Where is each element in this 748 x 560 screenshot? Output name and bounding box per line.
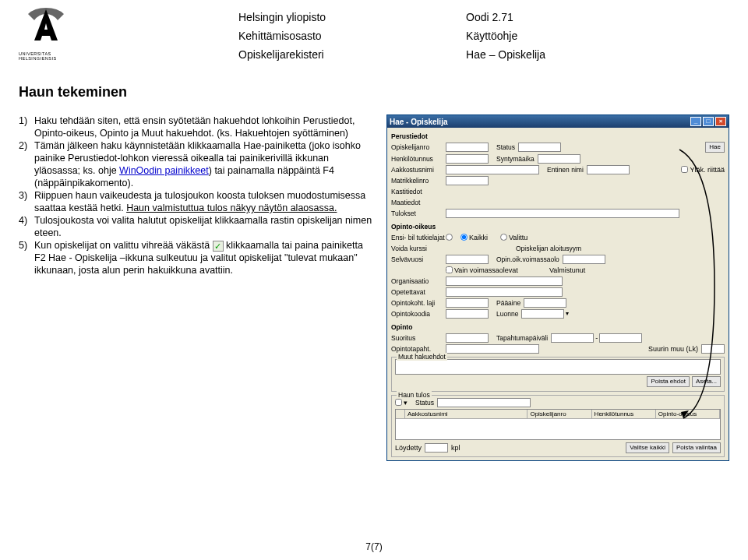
- maximize-icon[interactable]: □: [703, 117, 714, 126]
- header-col-right: Oodi 2.71 Käyttöohje Hae – Opiskelija: [466, 8, 545, 64]
- organisaatio-input[interactable]: [446, 276, 563, 286]
- syntymaaika-input[interactable]: [538, 154, 580, 164]
- app-line-1: Oodi 2.71: [466, 8, 545, 26]
- haun-tulos-group: Haun tulos Status ▾ Status Aakkostusnimi: [391, 395, 725, 457]
- instructions-list: 1) Haku tehdään siten, että ensin syötet…: [19, 114, 376, 461]
- selvavuosi-input[interactable]: [446, 255, 489, 264]
- org-line-1: Helsingin yliopisto: [238, 8, 326, 26]
- perustiedot-label: Perustiedot: [391, 132, 446, 140]
- henkilotunnus-input[interactable]: [446, 154, 489, 164]
- app-line-2: Käyttöohje: [466, 26, 545, 45]
- aakkostusnimi-input[interactable]: [446, 165, 539, 174]
- document-header: UNIVERSITAS HELSINGIENSIS Helsingin ylio…: [0, 0, 748, 79]
- entinennimi-input[interactable]: [587, 165, 630, 174]
- section-title: Haun tekeminen: [19, 84, 729, 100]
- minimize-icon[interactable]: _: [690, 117, 701, 126]
- winoodin-link[interactable]: WinOodin painikkeet: [119, 165, 209, 176]
- radio-ensi[interactable]: [446, 234, 453, 241]
- muut-hakuehdot-group: Muut hakuehdot Poista ehdot Aseta...: [391, 357, 725, 392]
- logo-caption: UNIVERSITAS HELSINGIENSIS: [19, 51, 83, 61]
- green-check-icon: ✓: [213, 241, 224, 252]
- tulokset-input[interactable]: [446, 209, 679, 218]
- opiskelijanro-input[interactable]: [446, 143, 489, 152]
- window-title: Hae - Opiskelija: [390, 118, 447, 126]
- result-table[interactable]: Aakkostusnimi Opiskelijanro Henkilötunnu…: [395, 409, 721, 440]
- close-icon[interactable]: ×: [715, 117, 726, 126]
- matrikkelinro-input[interactable]: [446, 176, 489, 185]
- radio-valittu[interactable]: [500, 234, 507, 241]
- step-1: 1) Haku tehdään siten, että ensin syötet…: [19, 114, 376, 139]
- step-4: 4) Tulosjoukosta voi valita halutut opis…: [19, 214, 376, 239]
- aseta-button[interactable]: Aseta...: [692, 376, 721, 387]
- radio-kaikki[interactable]: [460, 234, 468, 241]
- logo: UNIVERSITAS HELSINGIENSIS: [19, 6, 83, 61]
- app-line-3: Hae – Opiskelija: [466, 45, 545, 64]
- poista-ehdot-button[interactable]: Poista ehdot: [647, 376, 689, 387]
- status-input[interactable]: [518, 143, 561, 152]
- step-2: 2) Tämän jälkeen haku käynnistetään klik…: [19, 139, 376, 189]
- opintokoodia-input[interactable]: [446, 309, 489, 319]
- org-line-2: Kehittämisosasto: [238, 26, 326, 45]
- opintokoht-input[interactable]: [446, 298, 489, 308]
- hae-button[interactable]: Hae: [705, 142, 725, 153]
- step-3: 3) Riippuen haun vaikeudesta ja tulosjou…: [19, 189, 376, 214]
- org-line-3: Opiskelijarekisteri: [238, 45, 326, 64]
- step-5: 5) Kun opiskelijat on valittu vihreää vä…: [19, 239, 376, 276]
- opetettavat-input[interactable]: [446, 287, 563, 297]
- ylak-checkbox[interactable]: [681, 166, 688, 173]
- poista-valintaa-button[interactable]: Poista valintaa: [672, 442, 721, 453]
- app-screenshot: Hae - Opiskelija _ □ × Perustiedot Opisk…: [386, 114, 729, 461]
- valitse-kaikki-button[interactable]: Valitse kaikki: [626, 442, 669, 453]
- window-titlebar: Hae - Opiskelija _ □ ×: [387, 115, 729, 128]
- voimassa-checkbox[interactable]: [446, 266, 453, 273]
- header-col-left: Helsingin yliopisto Kehittämisosasto Opi…: [238, 8, 326, 64]
- page-number: 7(7): [365, 541, 382, 552]
